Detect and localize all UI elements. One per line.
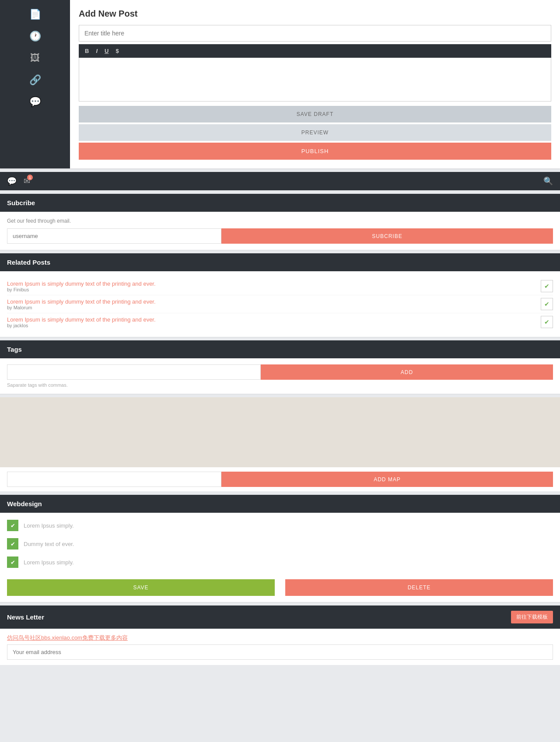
list-item: Lorem Ipsum is simply dummy text of the … (7, 295, 553, 313)
subscribe-section: Subcribe Get our feed through email. SUB… (0, 194, 560, 250)
bold-button[interactable]: B (84, 48, 90, 54)
post-author: by Malorum (7, 305, 156, 310)
watermark-text: 仿问鸟号社区bbs.xienlao.com免费下载更多内容 (7, 634, 553, 642)
newsletter-section: News Letter 前往下载模板 仿问鸟号社区bbs.xienlao.com… (0, 606, 560, 665)
post-link[interactable]: Lorem Ipsum is simply dummy text of the … (7, 280, 156, 287)
tags-input[interactable] (7, 364, 261, 380)
email-badge: 1 (27, 175, 33, 180)
save-button[interactable]: SAVE (7, 579, 275, 596)
checkmark-0[interactable]: ✔ (7, 520, 18, 531)
link-icon[interactable]: 🔗 (29, 74, 41, 86)
download-template-button[interactable]: 前往下载模板 (511, 611, 553, 623)
webdesign-items: ✔ Lorem Ipsus simply. ✔ Dummy text of ev… (0, 513, 560, 575)
add-map-button[interactable]: ADD MAP (221, 472, 553, 487)
post-check-1[interactable]: ✔ (541, 298, 553, 310)
document-icon[interactable]: 📄 (29, 9, 41, 20)
checkmark-2[interactable]: ✔ (7, 556, 18, 568)
list-item: ✔ Lorem Ipsus simply. (7, 516, 553, 535)
subscribe-row: SUBCRIBE (7, 228, 553, 244)
email-nav-icon[interactable]: ✉ 1 (24, 176, 30, 186)
post-author: by jacklos (7, 323, 156, 328)
post-link[interactable]: Lorem Ipsum is simply dummy text of the … (7, 316, 156, 323)
newsletter-title: News Letter (7, 613, 44, 621)
subscribe-button[interactable]: SUBCRIBE (221, 228, 553, 244)
nav-bar: 💬 ✉ 1 🔍 (0, 172, 560, 190)
list-item: ✔ Lorem Ipsus simply. (7, 553, 553, 571)
list-item: ✔ Dummy text of ever. (7, 535, 553, 553)
webdesign-text-2: Lorem Ipsus simply. (24, 559, 74, 566)
map-placeholder (0, 397, 560, 467)
post-title-input[interactable] (79, 25, 551, 42)
comment-sidebar-icon[interactable]: 💬 (29, 96, 41, 108)
email-input[interactable] (7, 644, 553, 660)
list-item: Lorem Ipsum is simply dummy text of the … (7, 313, 553, 331)
subscribe-input[interactable] (7, 228, 221, 244)
nav-icons-left: 💬 ✉ 1 (7, 176, 30, 186)
dollar-button[interactable]: $ (115, 48, 119, 54)
image-icon[interactable]: 🖼 (30, 52, 40, 64)
list-item: Lorem Ipsum is simply dummy text of the … (7, 277, 553, 295)
editor-body[interactable] (79, 58, 551, 102)
tags-hint: Saparate tags with commas. (7, 382, 553, 388)
save-draft-button[interactable]: SAVE DRAFT (79, 106, 551, 122)
map-row: ADD MAP (0, 467, 560, 491)
subscribe-description: Get our feed through email. (7, 218, 553, 224)
subscribe-header: Subcribe (0, 194, 560, 212)
post-check-2[interactable]: ✔ (541, 316, 553, 328)
checkmark-1[interactable]: ✔ (7, 538, 18, 550)
newsletter-body: 仿问鸟号社区bbs.xienlao.com免费下载更多内容 (0, 629, 560, 665)
related-posts-section: Related Posts Lorem Ipsum is simply dumm… (0, 253, 560, 337)
clock-icon[interactable]: 🕐 (29, 31, 41, 42)
related-posts-body: Lorem Ipsum is simply dummy text of the … (0, 271, 560, 337)
webdesign-header: Webdesign (0, 495, 560, 513)
tags-row: ADD (7, 364, 553, 380)
webdesign-text-1: Dummy text of ever. (24, 541, 74, 547)
webdesign-text-0: Lorem Ipsus simply. (24, 522, 74, 529)
post-check-0[interactable]: ✔ (541, 280, 553, 292)
sidebar: 📄 🕐 🖼 🔗 💬 (0, 0, 70, 168)
post-info: Lorem Ipsum is simply dummy text of the … (7, 316, 156, 328)
action-buttons: SAVE DRAFT PREVIEW PUBLISH (79, 106, 551, 160)
subscribe-body: Get our feed through email. SUBCRIBE (0, 212, 560, 250)
editor-toolbar: B I U $ (79, 44, 551, 58)
post-info: Lorem Ipsum is simply dummy text of the … (7, 280, 156, 292)
search-icon[interactable]: 🔍 (543, 176, 553, 186)
delete-button[interactable]: DELETE (285, 579, 553, 596)
publish-button[interactable]: PUBLISH (79, 143, 551, 160)
newsletter-header: News Letter 前往下载模板 (0, 606, 560, 629)
post-info: Lorem Ipsum is simply dummy text of the … (7, 298, 156, 310)
comment-nav-icon[interactable]: 💬 (7, 176, 17, 186)
webdesign-actions: SAVE DELETE (0, 575, 560, 602)
tags-body: ADD Saparate tags with commas. (0, 358, 560, 394)
related-posts-header: Related Posts (0, 253, 560, 271)
post-author: by Finibus (7, 287, 156, 292)
italic-button[interactable]: I (95, 48, 98, 54)
map-input[interactable] (7, 472, 221, 487)
page-title: Add New Post (79, 9, 551, 19)
preview-button[interactable]: PREVIEW (79, 124, 551, 141)
underline-button[interactable]: U (104, 48, 109, 54)
main-editor: Add New Post B I U $ SAVE DRAFT PREVIEW … (70, 0, 560, 168)
tags-section: Tags ADD Saparate tags with commas. (0, 340, 560, 394)
add-tag-button[interactable]: ADD (261, 364, 553, 380)
post-link[interactable]: Lorem Ipsum is simply dummy text of the … (7, 298, 156, 305)
tags-header: Tags (0, 340, 560, 358)
webdesign-section: Webdesign ✔ Lorem Ipsus simply. ✔ Dummy … (0, 495, 560, 602)
top-panel: 📄 🕐 🖼 🔗 💬 Add New Post B I U $ SAVE DRAF… (0, 0, 560, 168)
